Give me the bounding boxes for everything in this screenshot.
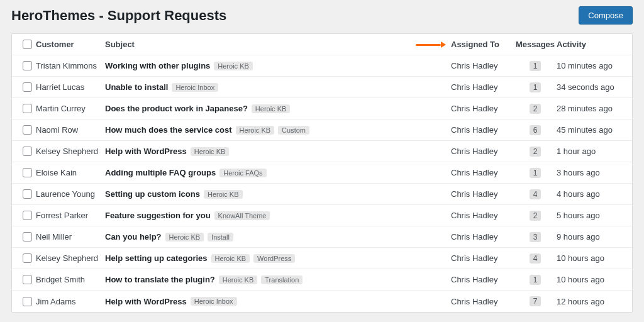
table-row[interactable]: Kelsey ShepherdHelp with WordPressHeroic… <box>12 141 632 162</box>
messages-cell: 1 <box>514 61 557 71</box>
row-checkbox[interactable] <box>23 232 32 242</box>
subject-cell[interactable]: Adding multiple FAQ groupsHeroic FAQs <box>105 168 451 177</box>
subject-cell[interactable]: Working with other pluginsHeroic KB <box>105 61 451 70</box>
subject-cell[interactable]: Unable to installHeroic Inbox <box>105 82 451 92</box>
tag-badge[interactable]: Heroic FAQs <box>219 169 266 177</box>
row-checkbox[interactable] <box>23 211 32 220</box>
assigned-to: Chris Hadley <box>451 125 514 135</box>
assigned-to: Chris Hadley <box>451 253 514 263</box>
row-checkbox[interactable] <box>23 275 32 284</box>
customer-name: Harriet Lucas <box>36 82 105 92</box>
row-checkbox[interactable] <box>23 82 32 92</box>
compose-button[interactable]: Compose <box>579 6 633 25</box>
row-select-cell <box>18 232 36 242</box>
customer-name: Jim Adams <box>36 297 105 306</box>
subject-text: Help with WordPress <box>105 147 187 156</box>
row-checkbox[interactable] <box>23 104 32 113</box>
activity-time: 12 hours ago <box>557 297 626 306</box>
table-row[interactable]: Jim AdamsHelp with WordPressHeroic Inbox… <box>12 291 632 312</box>
messages-count: 1 <box>530 275 541 285</box>
messages-cell: 4 <box>514 189 557 199</box>
tag-badge[interactable]: Install <box>208 233 233 242</box>
subject-cell[interactable]: Setting up custom iconsHeroic KB <box>105 189 451 199</box>
tag-badge[interactable]: Heroic KB <box>252 104 291 113</box>
table-row[interactable]: Naomi RowHow much does the service costH… <box>12 119 632 141</box>
subject-cell[interactable]: Help with WordPressHeroic Inbox <box>105 297 451 306</box>
subject-cell[interactable]: Feature suggestion for youKnowAll Theme <box>105 211 451 220</box>
subject-cell[interactable]: Does the product work in Japanese?Heroic… <box>105 104 451 113</box>
select-all-checkbox[interactable] <box>23 40 32 49</box>
row-checkbox[interactable] <box>23 189 32 199</box>
tag-badge[interactable]: Custom <box>278 126 309 135</box>
subject-cell[interactable]: How to translate the plugin?Heroic KBTra… <box>105 275 451 284</box>
customer-name: Bridget Smith <box>36 275 105 284</box>
row-checkbox[interactable] <box>23 125 32 135</box>
table-row[interactable]: Forrest ParkerFeature suggestion for you… <box>12 205 632 226</box>
tag-badge[interactable]: Heroic Inbox <box>191 297 237 306</box>
messages-cell: 1 <box>514 168 557 178</box>
customer-name: Forrest Parker <box>36 211 105 220</box>
col-header-subject[interactable]: Subject <box>105 40 451 49</box>
subject-text: Help with WordPress <box>105 297 187 306</box>
table-row[interactable]: Neil MillerCan you help?Heroic KBInstall… <box>12 226 632 248</box>
tag-badge[interactable]: Heroic KB <box>211 254 250 263</box>
subject-cell[interactable]: Help with WordPressHeroic KB <box>105 147 451 156</box>
subject-cell[interactable]: Can you help?Heroic KBInstall <box>105 232 451 242</box>
assigned-to: Chris Hadley <box>451 61 514 70</box>
messages-count: 6 <box>530 125 541 135</box>
customer-name: Tristan Kimmons <box>36 61 105 70</box>
tag-badge[interactable]: Heroic KB <box>165 233 204 242</box>
table-row[interactable]: Bridget SmithHow to translate the plugin… <box>12 269 632 291</box>
activity-time: 1 hour ago <box>557 147 626 156</box>
assigned-to: Chris Hadley <box>451 232 514 242</box>
col-header-customer[interactable]: Customer <box>36 40 105 49</box>
row-select-cell <box>18 189 36 199</box>
tag-badge[interactable]: Heroic Inbox <box>172 83 218 92</box>
customer-name: Naomi Row <box>36 125 105 135</box>
table-row[interactable]: Tristan KimmonsWorking with other plugin… <box>12 55 632 77</box>
activity-time: 9 hours ago <box>557 232 626 242</box>
messages-count: 2 <box>530 211 541 221</box>
tag-badge[interactable]: Heroic KB <box>214 62 253 70</box>
tag-badge[interactable]: Heroic KB <box>191 147 230 156</box>
tag-badge[interactable]: Translation <box>261 275 303 284</box>
table-row[interactable]: Kelsey ShepherdHelp setting up categorie… <box>12 248 632 269</box>
table-row[interactable]: Martin CurreyDoes the product work in Ja… <box>12 98 632 119</box>
messages-cell: 1 <box>514 275 557 285</box>
subject-cell[interactable]: How much does the service costHeroic KBC… <box>105 125 451 135</box>
subject-text: How much does the service cost <box>105 125 232 135</box>
activity-time: 34 seconds ago <box>557 82 626 92</box>
messages-count: 7 <box>530 296 541 306</box>
messages-cell: 7 <box>514 296 557 306</box>
activity-time: 10 hours ago <box>557 253 626 263</box>
row-checkbox[interactable] <box>23 147 32 156</box>
activity-time: 10 minutes ago <box>557 61 626 70</box>
table-row[interactable]: Eloise KainAdding multiple FAQ groupsHer… <box>12 162 632 184</box>
col-header-activity[interactable]: Activity <box>557 40 626 49</box>
messages-count: 4 <box>530 189 541 199</box>
col-header-assigned[interactable]: Assigned To <box>451 40 514 49</box>
tag-badge[interactable]: Heroic KB <box>204 190 243 199</box>
table-row[interactable]: Harriet LucasUnable to installHeroic Inb… <box>12 77 632 98</box>
row-checkbox[interactable] <box>23 253 32 263</box>
row-checkbox[interactable] <box>23 297 32 306</box>
assigned-to: Chris Hadley <box>451 275 514 284</box>
messages-cell: 1 <box>514 82 557 92</box>
row-select-cell <box>18 61 36 70</box>
tag-badge[interactable]: Heroic KB <box>219 275 258 284</box>
assigned-to: Chris Hadley <box>451 147 514 156</box>
subject-cell[interactable]: Help setting up categoriesHeroic KBWordP… <box>105 253 451 263</box>
subject-text: Can you help? <box>105 232 162 242</box>
row-checkbox[interactable] <box>23 61 32 70</box>
table-row[interactable]: Laurence YoungSetting up custom iconsHer… <box>12 184 632 205</box>
tag-badge[interactable]: WordPress <box>253 254 295 263</box>
tag-badge[interactable]: KnowAll Theme <box>214 211 270 220</box>
tag-badge[interactable]: Heroic KB <box>236 126 275 135</box>
col-header-messages[interactable]: Messages <box>514 40 557 49</box>
row-checkbox[interactable] <box>23 168 32 177</box>
assigned-to: Chris Hadley <box>451 82 514 92</box>
assigned-to: Chris Hadley <box>451 104 514 113</box>
activity-time: 3 hours ago <box>557 168 626 177</box>
page-title: HeroThemes - Support Requests <box>11 8 226 24</box>
tickets-table: Customer Subject Assigned To Messages Ac… <box>11 33 633 313</box>
